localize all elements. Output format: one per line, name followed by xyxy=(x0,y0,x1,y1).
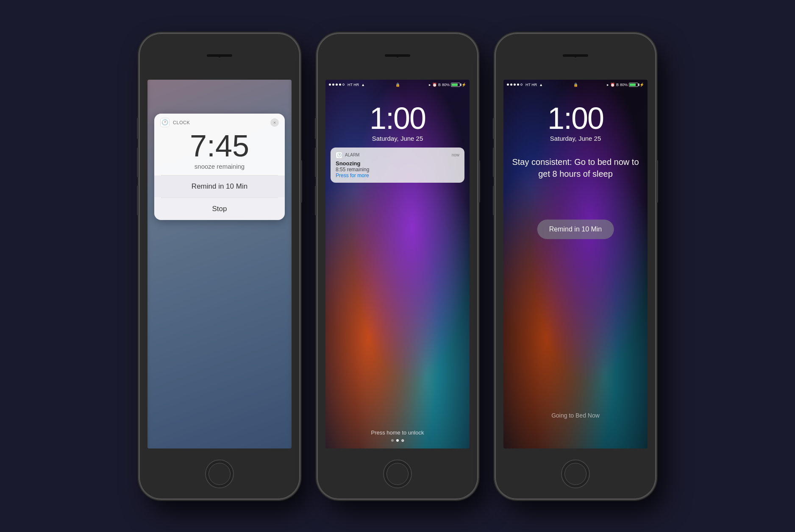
status-left-3: HT HR ▲ xyxy=(507,83,553,87)
phone2-screen: HT HR ▲ 🔒 ▸ ⏰ B 80% ⚡ 1:00 Saturday, Jun… xyxy=(325,80,470,448)
home-button-inner-3 xyxy=(564,463,587,485)
phone1-screen: 🕐 CLOCK × 7:45 snooze remaining Remind i… xyxy=(147,80,292,448)
snooze-subtitle: snooze remaining xyxy=(154,163,285,175)
battery-fill-2 xyxy=(452,84,458,86)
phone-1: 🕐 CLOCK × 7:45 snooze remaining Remind i… xyxy=(139,33,300,499)
power-button-2[interactable] xyxy=(478,160,480,203)
phone-top-bezel xyxy=(139,33,300,80)
remind-button[interactable]: Remind in 10 Min xyxy=(154,175,285,198)
status-right-3: ▸ ⏰ B 80% ⚡ xyxy=(598,83,644,87)
signal-dot-3 xyxy=(336,84,338,86)
page-dots: ⬤ xyxy=(325,439,470,442)
carrier-name-2: HT HR xyxy=(347,83,359,87)
lock-screen-date-3: Saturday, June 25 xyxy=(503,135,648,142)
lock-notif-app-icon: 🕐 xyxy=(336,152,342,159)
signal-dot-4 xyxy=(339,84,341,86)
wifi-icon-2: ▲ xyxy=(361,83,365,87)
home-button-inner-2 xyxy=(386,463,409,485)
home-button-3[interactable] xyxy=(561,460,590,488)
signal-dot-3-5 xyxy=(520,84,523,86)
volume-up-button-2[interactable] xyxy=(315,148,317,177)
clock-app-icon: 🕐 xyxy=(160,118,170,127)
lock-screen-date-2: Saturday, June 25 xyxy=(325,135,470,142)
signal-dot-3-3 xyxy=(514,84,516,86)
volume-down-button-3[interactable] xyxy=(493,186,495,215)
bluetooth-icon-3: B xyxy=(616,83,619,87)
press-home-text: Press home to unlock xyxy=(325,429,470,436)
battery-fill-3 xyxy=(630,84,636,86)
phone1-bottom-bezel xyxy=(139,448,300,499)
battery-bar-2 xyxy=(451,83,460,87)
location-icon-3: ▸ xyxy=(607,83,609,87)
alarm-icon-2: ⏰ xyxy=(432,83,437,87)
phone-3: HT HR ▲ 🔒 ▸ ⏰ B 80% ⚡ 1:00 Saturday, Jun… xyxy=(495,33,656,499)
earpiece-speaker-3 xyxy=(563,54,588,57)
remind-pill-text: Remind in 10 Min xyxy=(549,226,602,233)
home-button-inner xyxy=(208,463,231,485)
phone2-top-bezel xyxy=(317,33,478,80)
battery-tip-3 xyxy=(638,84,639,86)
volume-down-button[interactable] xyxy=(137,186,139,215)
bedtime-message: Stay consistent: Go to bed now to get 8 … xyxy=(512,156,639,180)
phone3-screen: HT HR ▲ 🔒 ▸ ⏰ B 80% ⚡ 1:00 Saturday, Jun… xyxy=(503,80,648,448)
signal-dot-2 xyxy=(332,84,334,86)
battery-bar-3 xyxy=(629,83,638,87)
status-center-3: 🔒 xyxy=(553,83,598,87)
home-button[interactable] xyxy=(205,460,234,488)
status-bar-2: HT HR ▲ 🔒 ▸ ⏰ B 80% ⚡ xyxy=(325,80,470,90)
charging-icon-2: ⚡ xyxy=(461,83,466,87)
location-icon-2: ▸ xyxy=(429,83,431,87)
lock-notif-body: 8:55 remaining xyxy=(336,167,459,173)
page-dot-camera: ⬤ xyxy=(401,439,404,442)
clock-notification-card: 🕐 CLOCK × 7:45 snooze remaining Remind i… xyxy=(154,114,285,220)
going-to-bed-text: Going to Bed Now xyxy=(503,412,648,419)
notification-header: 🕐 CLOCK × xyxy=(154,114,285,127)
bluetooth-icon-2: B xyxy=(438,83,441,87)
phone3-bottom-bezel xyxy=(495,448,656,499)
carrier-name-3: HT HR xyxy=(525,83,537,87)
lock-notif-title: Snoozing xyxy=(336,160,459,167)
power-button-3[interactable] xyxy=(656,160,658,203)
notification-close-button[interactable]: × xyxy=(270,118,279,127)
volume-up-button[interactable] xyxy=(137,148,139,177)
phone3-top-bezel xyxy=(495,33,656,80)
earpiece-speaker-2 xyxy=(385,54,410,57)
lock-notif-time: now xyxy=(452,153,459,157)
charging-icon-3: ⚡ xyxy=(639,83,644,87)
phone-2: HT HR ▲ 🔒 ▸ ⏰ B 80% ⚡ 1:00 Saturday, Jun… xyxy=(317,33,478,499)
lock-notif-app-name: ALARM xyxy=(345,153,449,157)
remind-pill-button[interactable]: Remind in 10 Min xyxy=(537,220,614,239)
volume-up-button-3[interactable] xyxy=(493,148,495,177)
mute-switch-2[interactable] xyxy=(315,118,317,139)
notification-app-name: CLOCK xyxy=(173,120,267,125)
home-button-2[interactable] xyxy=(383,460,412,488)
phone2-bottom-bezel xyxy=(317,448,478,499)
page-dot-2 xyxy=(396,439,399,442)
mute-switch-3[interactable] xyxy=(493,118,495,139)
status-left-2: HT HR ▲ xyxy=(329,83,375,87)
signal-dot-5 xyxy=(342,84,345,86)
signal-dot-3-2 xyxy=(510,84,512,86)
signal-dot-3-4 xyxy=(517,84,519,86)
stop-button[interactable]: Stop xyxy=(154,198,285,220)
wifi-icon-3: ▲ xyxy=(539,83,543,87)
volume-down-button-2[interactable] xyxy=(315,186,317,215)
lock-screen-time-2: 1:00 xyxy=(325,101,470,136)
alarm-icon-3: ⏰ xyxy=(610,83,615,87)
earpiece-speaker xyxy=(207,54,232,57)
snooze-time-display: 7:45 xyxy=(154,127,285,163)
page-dot-1 xyxy=(391,439,394,442)
lock-icon-2: 🔒 xyxy=(395,83,400,87)
signal-dot-3-1 xyxy=(507,84,509,86)
lock-notif-header: 🕐 ALARM now xyxy=(336,152,459,159)
status-bar-3: HT HR ▲ 🔒 ▸ ⏰ B 80% ⚡ xyxy=(503,80,648,90)
lock-screen-notification: 🕐 ALARM now Snoozing 8:55 remaining Pres… xyxy=(331,148,464,183)
lock-notif-link[interactable]: Press for more xyxy=(336,173,459,178)
status-center-2: 🔒 xyxy=(375,83,420,87)
battery-pct-2: 80% xyxy=(442,83,450,87)
mute-switch[interactable] xyxy=(137,118,139,139)
power-button[interactable] xyxy=(300,160,302,203)
signal-dot-1 xyxy=(329,84,331,86)
battery-tip-2 xyxy=(460,84,461,86)
lock-icon-3: 🔒 xyxy=(573,83,578,87)
